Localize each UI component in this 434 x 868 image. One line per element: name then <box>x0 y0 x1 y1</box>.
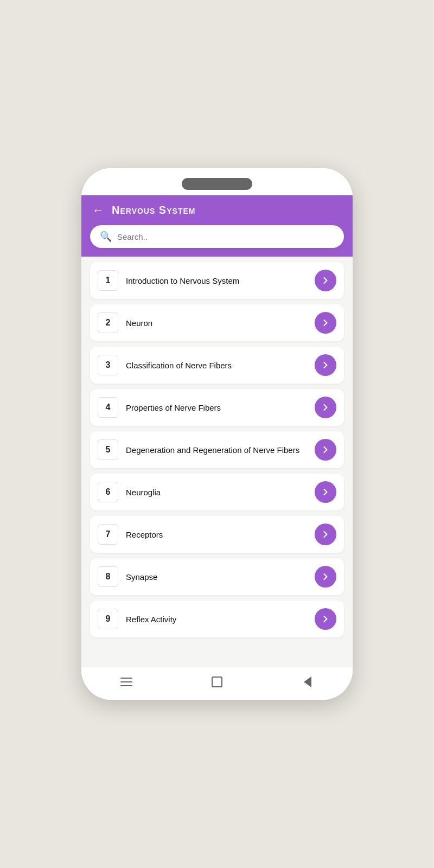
list-item[interactable]: 8 Synapse <box>90 558 344 595</box>
list-item[interactable]: 9 Reflex Activity <box>90 601 344 637</box>
list-item[interactable]: 2 Neuron <box>90 304 344 341</box>
back-button[interactable]: ← <box>92 205 104 216</box>
list-item[interactable]: 4 Properties of Nerve Fibers <box>90 389 344 426</box>
item-number: 9 <box>98 609 118 629</box>
phone-frame: ← Nervous System 🔍 1 Introduction to Ner… <box>81 168 353 700</box>
item-number: 5 <box>98 439 118 460</box>
item-label: Neuroglia <box>126 487 307 498</box>
arrow-button[interactable] <box>315 524 336 545</box>
bottom-nav <box>81 667 353 700</box>
item-label: Reflex Activity <box>126 614 307 625</box>
list-item[interactable]: 6 Neuroglia <box>90 474 344 510</box>
search-box: 🔍 <box>90 225 344 248</box>
item-number: 8 <box>98 566 118 587</box>
item-label: Degeneration and Regeneration of Nerve F… <box>126 444 307 456</box>
item-number: 1 <box>98 270 118 291</box>
item-label: Introduction to Nervous System <box>126 275 307 286</box>
status-bar <box>81 168 353 195</box>
list-item[interactable]: 1 Introduction to Nervous System <box>90 262 344 299</box>
item-number: 6 <box>98 482 118 502</box>
page-title: Nervous System <box>112 204 195 216</box>
back-icon[interactable] <box>298 675 317 689</box>
item-number: 2 <box>98 312 118 333</box>
search-input[interactable] <box>117 232 334 241</box>
item-number: 7 <box>98 524 118 545</box>
search-icon: 🔍 <box>100 231 112 242</box>
notch <box>182 178 252 190</box>
item-number: 4 <box>98 397 118 418</box>
list-item[interactable]: 7 Receptors <box>90 516 344 553</box>
app-header: ← Nervous System <box>81 195 353 225</box>
list-item[interactable]: 3 Classification of Nerve Fibers <box>90 347 344 384</box>
item-label: Neuron <box>126 317 307 329</box>
item-label: Classification of Nerve Fibers <box>126 360 307 371</box>
item-label: Properties of Nerve Fibers <box>126 402 307 413</box>
triangle-icon <box>304 676 311 687</box>
item-label: Synapse <box>126 571 307 583</box>
arrow-button[interactable] <box>315 566 336 588</box>
arrow-button[interactable] <box>315 354 336 376</box>
square-icon <box>212 676 222 687</box>
arrow-button[interactable] <box>315 481 336 503</box>
arrow-button[interactable] <box>315 270 336 291</box>
menu-icon[interactable] <box>117 675 136 689</box>
arrow-button[interactable] <box>315 439 336 461</box>
list-container: 1 Introduction to Nervous System 2 Neuro… <box>81 257 353 667</box>
hamburger-icon <box>120 678 132 686</box>
arrow-button[interactable] <box>315 397 336 418</box>
item-number: 3 <box>98 355 118 375</box>
arrow-button[interactable] <box>315 608 336 630</box>
arrow-button[interactable] <box>315 312 336 334</box>
search-container: 🔍 <box>81 225 353 257</box>
list-item[interactable]: 5 Degeneration and Regeneration of Nerve… <box>90 431 344 468</box>
item-label: Receptors <box>126 529 307 540</box>
home-icon[interactable] <box>207 675 227 689</box>
